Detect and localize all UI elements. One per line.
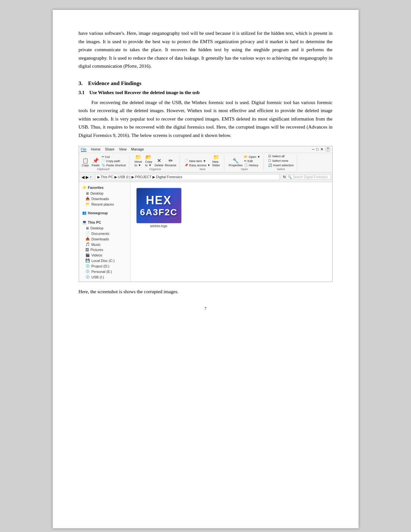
sidebar-this-pc: 💻 This PC — [79, 219, 130, 226]
search-placeholder: Search Digital Forensics — [293, 175, 328, 179]
caption-text: Here, the screenshot is shows the corrup… — [79, 288, 333, 296]
star-icon: ⭐ — [82, 185, 87, 189]
back-button[interactable]: ◀ — [82, 175, 84, 179]
sidebar-item-desktop-pc[interactable]: 🖥 Desktop — [79, 226, 130, 231]
project-d-icon: 💿 — [85, 264, 90, 268]
videos-icon: 🎬 — [85, 253, 90, 257]
open-label: Open — [241, 168, 248, 171]
section31-paragraph: For recovering the deleted image of the … — [79, 99, 333, 140]
sidebar-item-pictures[interactable]: 🖼 Pictures — [79, 247, 130, 252]
edit-button[interactable]: ✏ Edit — [244, 159, 260, 163]
clipboard-group: 📋 Copy 📌 Paste ✂ Cut 📄 — [81, 155, 130, 171]
sidebar-item-project-d[interactable]: 💿 Project (D:) — [79, 263, 130, 269]
pictures-icon: 🖼 — [85, 248, 89, 252]
sidebar-item-downloads-fav[interactable]: 📥 Downloads — [79, 196, 130, 201]
copy-button[interactable]: 📋 Copy — [81, 158, 90, 167]
nav-buttons: ◀ ▶ ↑ — [80, 174, 93, 180]
properties-icon: 🔧 — [232, 158, 239, 163]
section31-number: 3.1 — [79, 90, 85, 95]
this-pc-icon: 💻 — [82, 220, 87, 224]
menu-view[interactable]: View — [119, 147, 127, 152]
select-none-icon: ☐ — [268, 159, 271, 162]
invert-selection-button[interactable]: 🔄 Invert selection — [268, 163, 294, 167]
open-small-btns: 📂 Open ▼ ✏ Edit 🕐 History — [244, 155, 260, 167]
clipboard-small-btns: ✂ Cut 📄 Copy path 📎 Paste shortcut — [102, 155, 126, 167]
file-explorer-main: HEX 6A3F2C winhex-logo — [131, 182, 332, 282]
organize-group: 📁 Moveto ▼ 📂 Copyto ▼ ✕ Delete ✏ Rename — [134, 155, 180, 171]
menu-home[interactable]: Home — [91, 147, 100, 152]
select-label: Select — [277, 168, 285, 171]
select-all-icon: ☑ — [268, 154, 271, 158]
forward-button[interactable]: ▶ — [86, 175, 89, 179]
sidebar-favorites: ⭐ Favorites — [79, 184, 130, 191]
clipboard-label: Clipboard — [97, 168, 110, 171]
move-icon: 📁 — [135, 155, 142, 160]
new-buttons: 📄 New item ▼ 📌 Easy access ▼ 📁 Newfolder — [184, 155, 220, 167]
properties-button[interactable]: 🔧 Properties — [229, 158, 243, 167]
sidebar-item-videos[interactable]: 🎬 Videos — [79, 252, 130, 258]
copy-path-button[interactable]: 📄 Copy path — [102, 159, 126, 163]
sidebar-item-local-disc[interactable]: 💾 Local Disc (C:) — [79, 258, 130, 263]
file-label: winhex-logo — [150, 224, 167, 228]
open-buttons: 🔧 Properties 📂 Open ▼ ✏ Edit — [229, 155, 260, 167]
select-group: ☑ Select all ☐ Select none 🔄 Invert sele… — [268, 154, 297, 171]
sidebar-item-desktop-fav[interactable]: 🖥 Desktop — [79, 191, 130, 196]
sidebar-item-personal-e[interactable]: 💿 Personal (E:) — [79, 269, 130, 274]
history-button[interactable]: 🕐 History — [244, 163, 260, 167]
sidebar-item-music[interactable]: 🎵 Music — [79, 242, 130, 247]
page: have various software's. Here, image ste… — [53, 10, 359, 528]
file-explorer-screenshot: File Home Share View Manage ─ □ ✕ ? 📋 Co… — [79, 146, 333, 282]
menu-manage[interactable]: Manage — [131, 147, 144, 152]
music-icon: 🎵 — [85, 242, 90, 247]
select-none-button[interactable]: ☐ Select none — [268, 159, 294, 162]
close-icon[interactable]: ✕ — [320, 147, 323, 152]
minimize-icon[interactable]: ─ — [312, 147, 314, 152]
cut-button[interactable]: ✂ Cut — [102, 155, 126, 159]
desktop-pc-icon: 🖥 — [85, 226, 89, 230]
copy-to-button[interactable]: 📂 Copyto ▼ — [144, 155, 153, 167]
open-icon: 📂 — [244, 155, 248, 159]
documents-icon: 📄 — [85, 231, 90, 236]
menu-file[interactable]: File — [81, 147, 87, 152]
recent-places-icon: 📁 — [85, 202, 90, 206]
select-buttons: ☑ Select all ☐ Select none 🔄 Invert sele… — [268, 154, 294, 167]
new-small-btns: 📄 New item ▼ 📌 Easy access ▼ — [184, 159, 210, 167]
rename-button[interactable]: ✏ Rename — [165, 158, 176, 167]
easy-access-icon: 📌 — [184, 163, 188, 167]
copy-icon: 📋 — [82, 158, 89, 163]
move-button[interactable]: 📁 Moveto ▼ — [134, 155, 143, 167]
sidebar-item-downloads[interactable]: 📥 Downloads — [79, 236, 130, 242]
intro-paragraph: have various software's. Here, image ste… — [79, 29, 333, 71]
new-item-button[interactable]: 📄 New item ▼ — [184, 159, 210, 163]
sidebar-item-usb-i[interactable]: 💿 USB (I:) — [79, 274, 130, 280]
sidebar-spacer1 — [79, 207, 130, 209]
winhex-file-item: HEX 6A3F2C winhex-logo — [136, 188, 181, 228]
address-bar-row: ◀ ▶ ↑ ▶ This PC ▶ USB (I:) ▶ PROJECT ▶ D… — [79, 172, 332, 182]
search-box[interactable]: 🔍 Search Digital Forensics — [286, 175, 331, 179]
help-icon[interactable]: ? — [325, 147, 330, 152]
up-button[interactable]: ↑ — [90, 175, 92, 179]
new-folder-button[interactable]: 📁 Newfolder — [212, 155, 221, 167]
maximize-icon[interactable]: □ — [316, 147, 318, 152]
history-icon: 🕐 — [244, 163, 248, 167]
address-bar[interactable]: ▶ This PC ▶ USB (I:) ▶ PROJECT ▶ Digital… — [95, 174, 280, 180]
open-button[interactable]: 📂 Open ▼ — [244, 155, 260, 159]
menu-share[interactable]: Share — [105, 147, 114, 152]
select-all-button[interactable]: ☑ Select all — [268, 154, 294, 158]
sidebar-item-documents[interactable]: 📄 Documents — [79, 231, 130, 236]
sidebar-item-recent-places[interactable]: 📁 Recent places — [79, 201, 130, 207]
easy-access-button[interactable]: 📌 Easy access ▼ — [184, 163, 210, 167]
delete-icon: ✕ — [157, 158, 161, 163]
ribbon: 📋 Copy 📌 Paste ✂ Cut 📄 — [79, 153, 332, 172]
paste-button[interactable]: 📌 Paste — [91, 158, 100, 167]
open-group: 🔧 Properties 📂 Open ▼ ✏ Edit — [229, 155, 264, 171]
refresh-button[interactable]: ↻ — [283, 175, 286, 179]
paste-shortcut-button[interactable]: 📎 Paste shortcut — [102, 163, 126, 167]
file-explorer-menubar: File Home Share View Manage ─ □ ✕ ? — [79, 146, 332, 153]
homegroup-icon: 👥 — [82, 211, 87, 215]
delete-button[interactable]: ✕ Delete — [154, 158, 163, 167]
winhex-hex-text: HEX — [146, 194, 171, 207]
sidebar-homegroup: 👥 Homegroup — [79, 209, 130, 216]
section3-number: 3. — [79, 80, 83, 86]
downloads-icon: 📥 — [85, 237, 90, 241]
